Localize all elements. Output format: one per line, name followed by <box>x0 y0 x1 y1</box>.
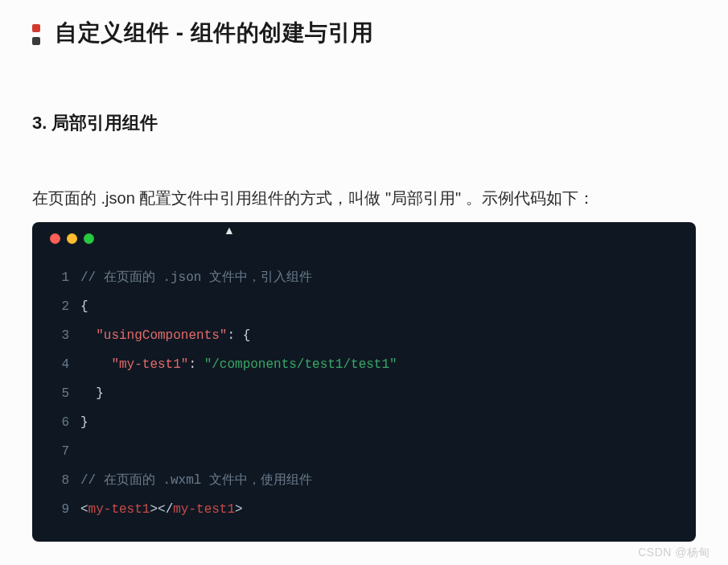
code-line: 1// 在页面的 .json 文件中，引入组件 <box>47 263 681 292</box>
code-token: "usingComponents" <box>96 328 227 343</box>
line-content: <my-test1></my-test1> <box>80 495 243 524</box>
code-line: 5 } <box>47 379 681 408</box>
bullet-icon <box>32 24 40 32</box>
line-number: 2 <box>47 292 69 321</box>
code-line: 4 "my-test1": "/components/test1/test1" <box>47 350 681 379</box>
code-token: < <box>80 502 88 517</box>
code-token: : <box>188 357 204 372</box>
code-token: > <box>235 502 243 517</box>
line-content: } <box>80 379 104 408</box>
line-content: // 在页面的 .json 文件中，引入组件 <box>80 263 312 292</box>
code-token: my-test1 <box>173 502 235 517</box>
close-icon <box>50 233 60 244</box>
code-content: 1// 在页面的 .json 文件中，引入组件2{3 "usingCompone… <box>47 263 681 524</box>
line-number: 3 <box>47 321 69 350</box>
traffic-lights <box>47 233 681 244</box>
watermark: CSDN @杨甸 <box>638 546 710 560</box>
line-content: } <box>80 408 88 437</box>
code-token: { <box>80 299 88 314</box>
code-token: // 在页面的 .json 文件中，引入组件 <box>80 270 312 285</box>
title-row: 自定义组件 - 组件的创建与引用 <box>32 18 696 48</box>
minimize-icon <box>67 233 77 244</box>
bullet-icon <box>32 37 40 45</box>
code-token: "my-test1" <box>111 357 188 372</box>
code-token: } <box>80 386 104 401</box>
line-content: { <box>80 292 88 321</box>
title-bullet-group <box>32 24 40 45</box>
code-line: 9<my-test1></my-test1> <box>47 495 681 524</box>
section-heading: 3. 局部引用组件 <box>32 111 696 135</box>
line-content: "my-test1": "/components/test1/test1" <box>80 350 397 379</box>
code-token: "/components/test1/test1" <box>204 357 397 372</box>
line-number: 7 <box>47 437 69 466</box>
line-content: // 在页面的 .wxml 文件中，使用组件 <box>80 466 312 495</box>
code-line: 2{ <box>47 292 681 321</box>
line-number: 9 <box>47 495 69 524</box>
body-paragraph: 在页面的 .json 配置文件中引用组件的方式，叫做 "局部引用" 。示例代码如… <box>32 185 696 211</box>
code-token: my-test1 <box>88 502 150 517</box>
code-token: } <box>80 415 88 430</box>
line-number: 6 <box>47 408 69 437</box>
line-number: 8 <box>47 466 69 495</box>
code-line: 6} <box>47 408 681 437</box>
line-number: 1 <box>47 263 69 292</box>
code-token: // 在页面的 .wxml 文件中，使用组件 <box>80 473 312 488</box>
page-title: 自定义组件 - 组件的创建与引用 <box>55 18 374 48</box>
code-token <box>80 328 96 343</box>
code-token: : { <box>227 328 250 343</box>
maximize-icon <box>84 233 94 244</box>
code-token <box>80 357 111 372</box>
line-number: 5 <box>47 379 69 408</box>
code-line: 8// 在页面的 .wxml 文件中，使用组件 <box>47 466 681 495</box>
code-line: 3 "usingComponents": { <box>47 321 681 350</box>
code-token: ></ <box>150 502 173 517</box>
line-number: 4 <box>47 350 69 379</box>
line-content: "usingComponents": { <box>80 321 250 350</box>
code-line: 7 <box>47 437 681 466</box>
code-block: 1// 在页面的 .json 文件中，引入组件2{3 "usingCompone… <box>32 222 696 542</box>
